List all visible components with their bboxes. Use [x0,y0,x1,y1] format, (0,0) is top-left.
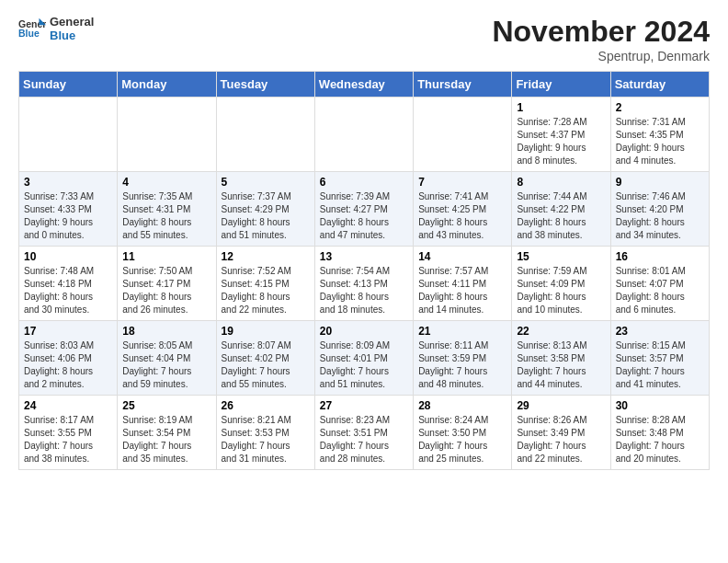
calendar-week-1: 1Sunrise: 7:28 AMSunset: 4:37 PMDaylight… [19,98,710,172]
calendar-cell: 29Sunrise: 8:26 AMSunset: 3:49 PMDayligh… [512,396,610,470]
logo-line1: General [50,15,94,29]
day-info: Sunrise: 8:24 AMSunset: 3:50 PMDaylight:… [418,414,506,465]
calendar-cell: 16Sunrise: 8:01 AMSunset: 4:07 PMDayligh… [610,247,709,321]
day-info: Sunrise: 7:28 AMSunset: 4:37 PMDaylight:… [517,116,605,167]
day-number: 16 [616,250,704,263]
calendar-cell [414,98,512,172]
calendar-cell: 19Sunrise: 8:07 AMSunset: 4:02 PMDayligh… [216,321,314,396]
calendar-cell: 15Sunrise: 7:59 AMSunset: 4:09 PMDayligh… [512,247,610,321]
day-number: 7 [418,176,506,189]
calendar-cell: 10Sunrise: 7:48 AMSunset: 4:18 PMDayligh… [19,247,118,321]
calendar-cell: 6Sunrise: 7:39 AMSunset: 4:27 PMDaylight… [314,172,413,247]
day-info: Sunrise: 8:13 AMSunset: 3:58 PMDaylight:… [517,339,605,391]
calendar-week-5: 24Sunrise: 8:17 AMSunset: 3:55 PMDayligh… [19,396,710,470]
day-number: 12 [222,250,310,263]
day-info: Sunrise: 7:44 AMSunset: 4:22 PMDaylight:… [517,190,605,242]
day-info: Sunrise: 8:05 AMSunset: 4:04 PMDaylight:… [122,339,210,391]
day-number: 15 [517,250,605,263]
month-title: November 2024 [492,15,710,49]
day-number: 19 [222,325,310,338]
day-info: Sunrise: 7:57 AMSunset: 4:11 PMDaylight:… [418,265,506,316]
calendar-cell: 2Sunrise: 7:31 AMSunset: 4:35 PMDaylight… [610,98,709,172]
calendar-cell: 26Sunrise: 8:21 AMSunset: 3:53 PMDayligh… [216,396,314,470]
day-info: Sunrise: 8:03 AMSunset: 4:06 PMDaylight:… [24,339,112,391]
day-number: 10 [24,250,112,263]
day-info: Sunrise: 7:37 AMSunset: 4:29 PMDaylight:… [222,190,310,242]
calendar-cell: 25Sunrise: 8:19 AMSunset: 3:54 PMDayligh… [118,396,216,470]
calendar-week-4: 17Sunrise: 8:03 AMSunset: 4:06 PMDayligh… [19,321,710,396]
logo-line2: Blue [50,29,94,42]
title-block: November 2024 Spentrup, Denmark [492,15,710,63]
day-number: 13 [320,250,408,263]
day-number: 9 [616,176,704,189]
day-number: 11 [122,250,210,263]
day-number: 26 [222,399,310,412]
day-number: 1 [517,101,605,114]
day-number: 21 [418,325,506,338]
day-info: Sunrise: 8:07 AMSunset: 4:02 PMDaylight:… [222,339,310,391]
day-info: Sunrise: 7:41 AMSunset: 4:25 PMDaylight:… [418,190,506,242]
calendar-cell: 1Sunrise: 7:28 AMSunset: 4:37 PMDaylight… [512,98,610,172]
calendar-week-2: 3Sunrise: 7:33 AMSunset: 4:33 PMDaylight… [19,172,710,247]
day-number: 22 [517,325,605,338]
calendar-cell [216,98,314,172]
day-header-monday: Monday [118,72,216,98]
calendar-cell: 14Sunrise: 7:57 AMSunset: 4:11 PMDayligh… [414,247,512,321]
calendar-cell: 4Sunrise: 7:35 AMSunset: 4:31 PMDaylight… [118,172,216,247]
day-info: Sunrise: 7:52 AMSunset: 4:15 PMDaylight:… [222,265,310,316]
day-number: 18 [122,325,210,338]
calendar-cell: 27Sunrise: 8:23 AMSunset: 3:51 PMDayligh… [314,396,413,470]
day-number: 2 [616,101,704,114]
calendar-cell [314,98,413,172]
calendar-cell: 9Sunrise: 7:46 AMSunset: 4:20 PMDaylight… [610,172,709,247]
day-info: Sunrise: 8:21 AMSunset: 3:53 PMDaylight:… [222,414,310,465]
calendar-week-3: 10Sunrise: 7:48 AMSunset: 4:18 PMDayligh… [19,247,710,321]
calendar-cell: 13Sunrise: 7:54 AMSunset: 4:13 PMDayligh… [314,247,413,321]
day-number: 27 [320,399,408,412]
calendar-cell: 24Sunrise: 8:17 AMSunset: 3:55 PMDayligh… [19,396,118,470]
day-header-thursday: Thursday [414,72,512,98]
day-header-wednesday: Wednesday [314,72,413,98]
day-info: Sunrise: 7:50 AMSunset: 4:17 PMDaylight:… [122,265,210,316]
day-info: Sunrise: 8:19 AMSunset: 3:54 PMDaylight:… [122,414,210,465]
day-header-friday: Friday [512,72,610,98]
day-number: 28 [418,399,506,412]
calendar-cell: 30Sunrise: 8:28 AMSunset: 3:48 PMDayligh… [610,396,709,470]
calendar-header: SundayMondayTuesdayWednesdayThursdayFrid… [19,72,710,98]
day-number: 5 [222,176,310,189]
day-info: Sunrise: 7:59 AMSunset: 4:09 PMDaylight:… [517,265,605,316]
day-info: Sunrise: 7:33 AMSunset: 4:33 PMDaylight:… [24,190,112,242]
day-number: 20 [320,325,408,338]
day-number: 24 [24,399,112,412]
day-info: Sunrise: 7:39 AMSunset: 4:27 PMDaylight:… [320,190,408,242]
day-number: 23 [616,325,704,338]
calendar-cell [19,98,118,172]
day-header-saturday: Saturday [610,72,709,98]
day-info: Sunrise: 8:28 AMSunset: 3:48 PMDaylight:… [616,414,704,465]
calendar-cell: 21Sunrise: 8:11 AMSunset: 3:59 PMDayligh… [414,321,512,396]
day-info: Sunrise: 7:46 AMSunset: 4:20 PMDaylight:… [616,190,704,242]
day-number: 4 [122,176,210,189]
day-info: Sunrise: 7:48 AMSunset: 4:18 PMDaylight:… [24,265,112,316]
calendar-cell: 3Sunrise: 7:33 AMSunset: 4:33 PMDaylight… [19,172,118,247]
calendar-cell: 7Sunrise: 7:41 AMSunset: 4:25 PMDaylight… [414,172,512,247]
calendar-cell: 28Sunrise: 8:24 AMSunset: 3:50 PMDayligh… [414,396,512,470]
day-number: 30 [616,399,704,412]
calendar-cell: 20Sunrise: 8:09 AMSunset: 4:01 PMDayligh… [314,321,413,396]
calendar-cell: 22Sunrise: 8:13 AMSunset: 3:58 PMDayligh… [512,321,610,396]
calendar-cell: 12Sunrise: 7:52 AMSunset: 4:15 PMDayligh… [216,247,314,321]
day-info: Sunrise: 8:09 AMSunset: 4:01 PMDaylight:… [320,339,408,391]
svg-text:Blue: Blue [18,28,40,39]
calendar-cell: 5Sunrise: 7:37 AMSunset: 4:29 PMDaylight… [216,172,314,247]
day-info: Sunrise: 8:11 AMSunset: 3:59 PMDaylight:… [418,339,506,391]
day-number: 25 [122,399,210,412]
calendar-cell: 11Sunrise: 7:50 AMSunset: 4:17 PMDayligh… [118,247,216,321]
day-info: Sunrise: 8:01 AMSunset: 4:07 PMDaylight:… [616,265,704,316]
day-info: Sunrise: 7:54 AMSunset: 4:13 PMDaylight:… [320,265,408,316]
logo: General Blue General Blue [18,15,94,42]
calendar-cell: 17Sunrise: 8:03 AMSunset: 4:06 PMDayligh… [19,321,118,396]
day-number: 3 [24,176,112,189]
day-number: 6 [320,176,408,189]
day-info: Sunrise: 8:23 AMSunset: 3:51 PMDaylight:… [320,414,408,465]
day-info: Sunrise: 8:26 AMSunset: 3:49 PMDaylight:… [517,414,605,465]
